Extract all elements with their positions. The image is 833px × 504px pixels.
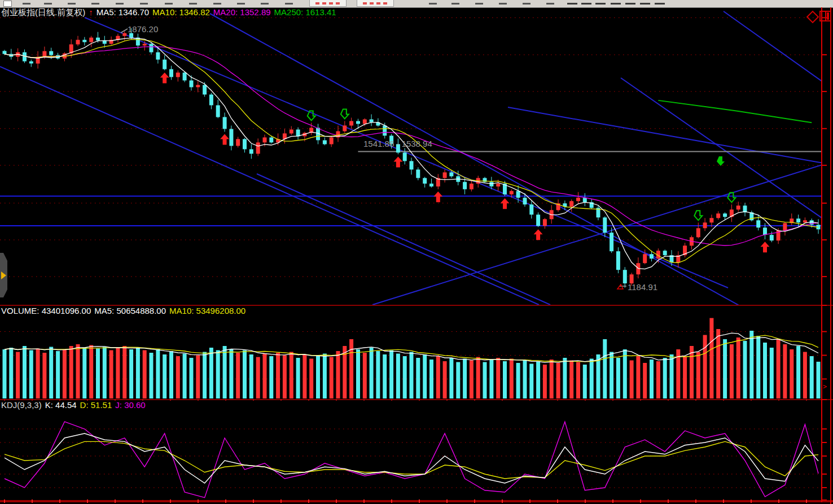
ma-lines [5, 38, 818, 269]
ma-label-0: MA5: 1346.70 [97, 7, 149, 17]
panel-frames [0, 7, 833, 504]
ma-values: MA5: 1346.70MA10: 1346.82MA20: 1352.89MA… [97, 7, 340, 17]
low-price-label: 1184.91 [628, 282, 657, 292]
kdj-label-0: KDJ(9,3,3) [1, 400, 42, 410]
volume-header: VOLUME: 43401096.00MA5: 50654888.00MA10:… [1, 306, 249, 315]
ma-label-2: MA20: 1352.89 [213, 7, 271, 17]
kdj-label-3: J: 30.60 [115, 400, 145, 410]
kdj-label-2: D: 51.51 [80, 400, 112, 410]
volume-label-0: VOLUME: 43401096.00 [1, 306, 91, 315]
high-price-label: 1876.20 [128, 24, 158, 34]
symbol-title: 创业板指(日线.前复权) [1, 7, 85, 17]
volume-label-1: MA5: 50654888.00 [94, 306, 166, 315]
split-window-icon[interactable] [819, 11, 831, 21]
volume-series [3, 318, 821, 399]
grid-lines [0, 17, 822, 488]
ma-label-1: MA10: 1346.82 [152, 7, 210, 17]
volume-label-2: MA10: 53496208.00 [169, 306, 245, 315]
expand-arrow-icon [1, 271, 6, 279]
gap-range-label: 1541.86 - 1538.94 [363, 139, 432, 148]
kdj-label-1: K: 44.54 [45, 400, 77, 410]
kdj-header: KDJ(9,3,3)K: 44.54D: 51.51J: 30.60 [1, 401, 149, 410]
stock-app-screen: 创业板指(日线.前复权)↑MA5: 1346.70MA10: 1346.82MA… [0, 0, 833, 504]
price-up-arrow-icon: ↑ [89, 7, 93, 17]
sidebar-expand-handle[interactable] [0, 253, 7, 297]
main-chart-header: 创业板指(日线.前复权)↑MA5: 1346.70MA10: 1346.82MA… [1, 8, 343, 17]
ma-label-3: MA250: 1613.41 [274, 7, 336, 17]
label-pointers [121, 29, 626, 289]
scroll-right-icon[interactable]: > [823, 383, 827, 391]
kdj-lines [5, 422, 818, 497]
chart-canvas[interactable] [0, 0, 833, 504]
